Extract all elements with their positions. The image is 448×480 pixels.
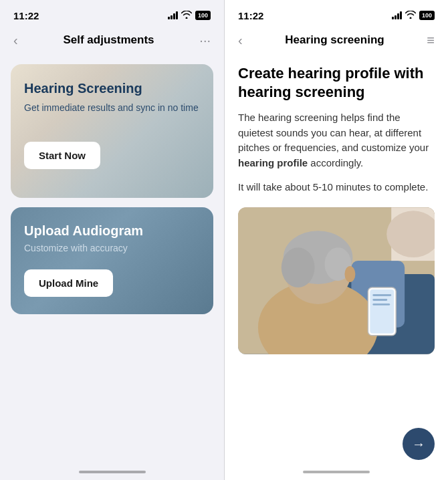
upload-audiogram-card: Upload Audiogram Customize with accuracy…: [11, 207, 213, 314]
svg-rect-14: [372, 303, 390, 305]
upload-card-subtitle: Customize with accuracy: [24, 243, 200, 253]
right-status-time: 11:22: [238, 10, 263, 21]
svg-rect-12: [372, 293, 391, 295]
home-bar: [79, 471, 146, 473]
left-home-indicator: [0, 471, 224, 480]
left-more-button[interactable]: ···: [197, 30, 213, 51]
right-panel: 11:22 100 ‹ Hearing screening ≡: [224, 0, 448, 480]
right-home-bar: [303, 471, 370, 473]
right-main-title: Create hearing profile with hearing scre…: [238, 64, 435, 101]
left-status-bar: 11:22 100: [0, 0, 224, 27]
battery-icon: 100: [195, 11, 211, 20]
next-button[interactable]: →: [403, 428, 435, 460]
description-part1: The hearing screening helps find the qui…: [238, 112, 429, 153]
right-signal-icon: [392, 11, 402, 19]
screening-image: [238, 207, 435, 354]
time-note: It will take about 5-10 minutes to compl…: [238, 180, 435, 195]
right-home-indicator: [225, 471, 448, 480]
left-content: Hearing Screening Get immediate results …: [0, 56, 224, 471]
left-status-icons: 100: [168, 11, 211, 21]
wifi-icon: [181, 11, 192, 21]
signal-icon: [168, 11, 178, 19]
hearing-card-subtitle: Get immediate results and sync in no tim…: [24, 102, 200, 115]
hearing-screening-card: Hearing Screening Get immediate results …: [11, 64, 213, 198]
next-arrow-icon: →: [412, 437, 425, 452]
left-nav-bar: ‹ Self adjustments ···: [0, 27, 224, 56]
left-nav-title: Self adjustments: [21, 33, 197, 47]
battery-level: 100: [198, 12, 208, 19]
right-list-button[interactable]: ≡: [424, 30, 437, 51]
right-description: The hearing screening helps find the qui…: [238, 110, 435, 170]
right-nav-bar: ‹ Hearing screening ≡: [225, 27, 448, 56]
left-back-button[interactable]: ‹: [11, 30, 21, 51]
right-content: Create hearing profile with hearing scre…: [225, 56, 448, 471]
right-back-button[interactable]: ‹: [235, 30, 245, 51]
right-wifi-icon: [405, 11, 416, 21]
right-status-bar: 11:22 100: [225, 0, 448, 27]
right-battery-level: 100: [422, 12, 432, 19]
left-status-time: 11:22: [13, 10, 39, 21]
start-now-button[interactable]: Start Now: [24, 142, 100, 169]
svg-point-7: [282, 247, 315, 287]
description-bold: hearing profile: [238, 157, 308, 168]
right-battery-icon: 100: [419, 11, 435, 20]
description-part2: accordingly.: [308, 157, 363, 168]
svg-point-9: [344, 266, 355, 282]
upload-card-title: Upload Audiogram: [24, 223, 200, 239]
right-nav-title: Hearing screening: [245, 33, 425, 47]
svg-rect-13: [372, 298, 387, 300]
left-panel: 11:22 100 ‹ Self adjustments ··: [0, 0, 224, 480]
right-status-icons: 100: [392, 11, 435, 21]
upload-mine-button[interactable]: Upload Mine: [24, 269, 113, 297]
hearing-card-title: Hearing Screening: [24, 80, 200, 96]
